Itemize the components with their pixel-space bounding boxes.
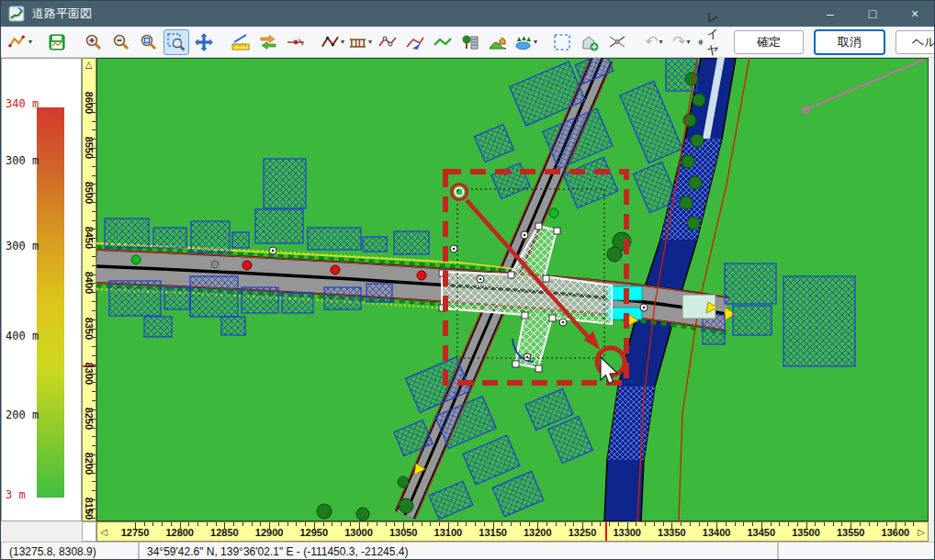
ruler-tick [833,522,834,526]
select-rect-tool-button[interactable] [549,29,575,55]
map-canvas[interactable] [96,58,929,521]
swap-arrows-icon [258,32,278,52]
ruler-tick [92,265,96,266]
water-trees-icon [513,32,533,52]
ruler-tick [92,428,96,429]
ruler-tick [144,522,145,526]
horizontal-ruler[interactable]: ◁ ▷ 127501280012850129001295013000130501… [96,521,929,542]
ruler-tick [752,522,753,526]
ruler-label: 13600 [882,527,910,538]
zoom-select-tool-button[interactable] [136,29,162,55]
add-building-icon [580,32,600,52]
redo-button[interactable]: ↷ ▾ [669,29,694,55]
ruler-label: 8200 [84,449,95,478]
chevron-down-icon: ▾ [341,38,344,46]
ruler-tick [501,522,502,526]
add-building-tool-button[interactable] [577,29,603,55]
ruler-tick [877,522,878,526]
undo-button[interactable]: ↶ ▾ [641,29,667,55]
minimize-button[interactable]: – [809,1,851,27]
toolbar: ▾ ▾ [1,27,935,58]
close-button[interactable]: × [894,1,935,27]
ruler-tick [92,121,96,122]
ruler-tick [332,522,332,526]
ruler-label: 12800 [165,527,194,538]
ruler-tick [92,301,96,302]
swap-tool-button[interactable] [255,29,281,55]
ruler-tick [412,522,413,526]
vertical-ruler[interactable]: ◁ ◁ 860085508500845084008350830082508200… [82,58,96,521]
ruler-label: 13300 [613,527,641,538]
confirm-button[interactable]: 確定 [734,30,804,54]
ruler-tick [645,522,646,526]
title-bar: 道路平面図 – □ × [1,1,935,27]
scroll-right-arrow[interactable]: ▷ [918,528,925,537]
point-line-tool-button[interactable] [375,29,400,55]
ruler-tick [591,522,592,526]
zoom-rect-tool-button[interactable] [163,29,189,55]
ruler-tick [92,129,96,130]
ruler-tick [287,522,288,526]
ruler-label: 13400 [703,527,731,538]
ruler-tick [278,522,279,526]
measure-tool-button[interactable] [228,29,253,55]
terrain-tool-button[interactable] [485,29,511,55]
ruler-label: 13150 [479,527,507,538]
undo-icon: ↶ [645,34,658,50]
ruler-tick [152,522,153,526]
ruler-tick [216,522,217,526]
trim-line-icon [286,32,306,52]
pan-tool-button[interactable] [191,29,217,55]
alignment-tool-button[interactable]: ▾ [320,29,345,55]
ruler-tick [869,522,870,526]
save-icon [47,32,67,52]
ruler-tick [735,522,736,526]
zoom-in-tool-button[interactable] [81,29,107,55]
zoom-out-tool-button[interactable] [108,29,134,55]
ruler-tick [681,522,682,526]
app-icon [8,6,25,22]
ruler-tick [511,522,512,526]
flight-route-tool-button[interactable] [402,29,428,55]
trim-tool-button[interactable] [283,29,309,55]
zoom-out-icon [111,32,131,52]
ruler-tick [92,112,96,113]
ruler-tick [92,436,96,437]
ruler-tick [546,522,547,526]
cut-tool-button[interactable] [604,29,630,55]
ruler-tick [252,522,253,526]
bridge-tool-button[interactable]: ▾ [347,29,373,55]
scroll-left-arrow[interactable]: ◁ [100,528,107,537]
ruler-label: 13550 [837,527,865,538]
ruler-tick [771,522,772,526]
cancel-button[interactable]: 取消 [815,30,884,54]
legend-label: 300 m [6,154,39,167]
profile-tool-button[interactable]: ▾ [7,29,33,55]
water-trees-tool-button[interactable]: ▾ [513,29,538,55]
save-tool-button[interactable] [44,29,70,55]
scroll-up-arrow[interactable]: ◁ [84,62,94,69]
layers-button[interactable]: レイヤー [696,29,722,55]
ruler-tick [260,522,261,526]
tree-building-icon [460,32,480,52]
ruler-label: 8600 [84,88,95,118]
ruler-tick [188,522,189,526]
ruler-tick [207,522,208,526]
chevron-down-icon: ▾ [28,38,32,46]
ruler-tick [618,522,619,526]
horizontal-cursor-marker [605,522,607,541]
alignment-polyline-icon [321,32,340,52]
zoom-select-icon [139,32,159,52]
green-line-tool-button[interactable] [430,29,456,55]
ruler-tick [92,310,96,311]
maximize-button[interactable]: □ [851,1,894,27]
help-button[interactable]: ヘルプ [896,30,935,54]
ruler-tick [466,522,467,526]
legend-label: 300 m [6,240,39,252]
ruler-tick [377,522,377,526]
ruler-tick [636,522,636,526]
ruler-tick [913,522,914,526]
elevation-colorbar [37,107,64,498]
tree-building-tool-button[interactable] [457,29,483,55]
ruler-tick [439,522,440,526]
